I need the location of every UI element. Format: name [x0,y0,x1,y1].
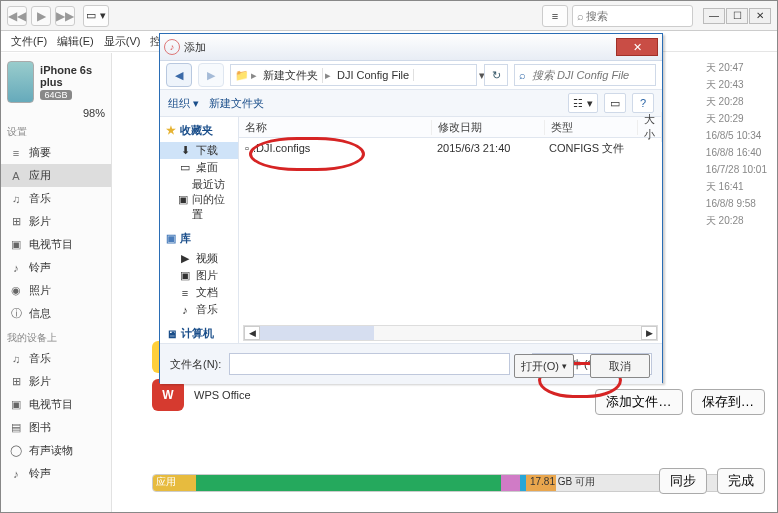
tree-computer[interactable]: 🖥计算机 [160,324,238,343]
sidebar-item-label: 有声读物 [29,443,73,458]
path-seg-2[interactable]: DJI Config File [333,69,414,81]
col-name[interactable]: 名称 [239,120,432,135]
sidebar-item-电视节目[interactable]: ▣电视节目 [1,233,111,256]
path-breadcrumb[interactable]: 📁 ▸ 新建文件夹 ▸ DJI Config File [230,64,477,86]
timestamp: 天 20:28 [706,93,767,110]
tree-item-下载[interactable]: ⬇下载 [160,142,238,159]
timestamp: 16/8/5 10:34 [706,127,767,144]
sidebar-item-影片[interactable]: ⊞影片 [1,210,111,233]
play-icon[interactable]: ▶ [31,6,51,26]
done-button[interactable]: 完成 [717,468,765,494]
sidebar: iPhone 6s plus 64GB 98% 设置 ≡摘要A应用♫音乐⊞影片▣… [1,53,112,512]
tree-item-最近访问的位置[interactable]: ▣最近访问的位置 [160,176,238,223]
minimize-icon[interactable]: — [703,8,725,24]
help-icon[interactable]: ? [632,93,654,113]
timestamp: 16/8/8 16:40 [706,144,767,161]
sidebar-item-电视节目[interactable]: ▣电视节目 [1,393,111,416]
save-to-button[interactable]: 保存到… [691,389,765,415]
tree-item-label: 图片 [196,268,218,283]
dialog-forward-icon[interactable]: ▶ [198,63,224,87]
sidebar-item-icon: ◉ [9,284,23,297]
storage-apps-label: 应用 [156,475,176,489]
view-mode-icon[interactable]: ☷ ▾ [568,93,598,113]
back-icon[interactable]: ◀◀ [7,6,27,26]
app-name: WPS Office [194,389,251,401]
sidebar-item-铃声[interactable]: ♪铃声 [1,462,111,485]
sidebar-item-图书[interactable]: ▤图书 [1,416,111,439]
search-field[interactable]: ⌕ [572,5,693,27]
sidebar-item-铃声[interactable]: ♪铃声 [1,256,111,279]
menu-view[interactable]: 显示(V) [100,34,145,49]
dialog-title: 添加 [184,40,206,55]
maximize-icon[interactable]: ☐ [726,8,748,24]
sidebar-item-信息[interactable]: ⓘ信息 [1,302,111,325]
sidebar-item-label: 摘要 [29,145,51,160]
sidebar-item-icon: A [9,170,23,182]
tree-favorites[interactable]: ★收藏夹 [160,121,238,140]
device-dropdown-icon[interactable]: ▭ ▾ [83,5,109,27]
sidebar-item-摘要[interactable]: ≡摘要 [1,141,111,164]
timestamp: 16/8/8 9:58 [706,195,767,212]
menu-edit[interactable]: 编辑(E) [53,34,98,49]
open-button[interactable]: 打开(O) ▾ [514,354,574,378]
device-summary[interactable]: iPhone 6s plus 64GB [1,57,111,107]
preview-pane-icon[interactable]: ▭ [604,93,626,113]
dialog-search-input[interactable] [530,68,634,82]
sidebar-item-icon: ♫ [9,193,23,205]
file-name: .DJI.configs [253,142,310,154]
path-seg-1[interactable]: 新建文件夹 [259,68,323,83]
sidebar-item-音乐[interactable]: ♫音乐 [1,347,111,370]
menu-file[interactable]: 文件(F) [7,34,51,49]
sync-button[interactable]: 同步 [659,468,707,494]
organize-menu[interactable]: 组织 ▾ [168,96,199,111]
sidebar-item-label: 音乐 [29,191,51,206]
file-row[interactable]: ▫ .DJI.configs 2015/6/3 21:40 CONFIGS 文件 [239,138,662,158]
dialog-back-icon[interactable]: ◀ [166,63,192,87]
timestamp: 天 20:43 [706,76,767,93]
list-view-icon[interactable]: ≡ [542,5,568,27]
refresh-icon[interactable]: ↻ [484,64,508,86]
col-size[interactable]: 大小 [638,112,662,142]
sidebar-item-应用[interactable]: A应用 [1,164,111,187]
tree-item-文档[interactable]: ≡文档 [160,284,238,301]
col-type[interactable]: 类型 [545,120,638,135]
dialog-search-field[interactable]: ⌕ [514,64,656,86]
sidebar-item-照片[interactable]: ◉照片 [1,279,111,302]
sidebar-item-icon: ♫ [9,353,23,365]
tree-item-视频[interactable]: ▶视频 [160,250,238,267]
search-icon: ⌕ [577,10,584,22]
sidebar-item-音乐[interactable]: ♫音乐 [1,187,111,210]
sidebar-item-icon: ♪ [9,468,23,480]
tree-libraries[interactable]: ▣库 [160,229,238,248]
tree-item-label: 下载 [196,143,218,158]
sidebar-item-icon: ≡ [9,147,23,159]
section-settings: 设置 [1,119,111,141]
file-icon: ▫ [245,142,249,154]
new-folder-button[interactable]: 新建文件夹 [209,96,264,111]
cancel-button[interactable]: 取消 [590,354,650,378]
tree-item-图片[interactable]: ▣图片 [160,267,238,284]
sidebar-item-有声读物[interactable]: ◯有声读物 [1,439,111,462]
scroll-left-icon[interactable]: ◀ [244,326,260,340]
forward-icon[interactable]: ▶▶ [55,6,75,26]
dialog-close-icon[interactable]: ✕ [616,38,658,56]
col-date[interactable]: 修改日期 [432,120,545,135]
tree-item-icon: ▶ [178,252,192,265]
sidebar-item-影片[interactable]: ⊞影片 [1,370,111,393]
horizontal-scrollbar[interactable]: ◀ ▶ [243,325,658,341]
sidebar-item-label: 应用 [29,168,51,183]
device-thumbnail-icon [7,61,34,103]
tree-item-label: 视频 [196,251,218,266]
sidebar-item-icon: ⊞ [9,215,23,228]
sidebar-item-label: 电视节目 [29,237,73,252]
tree-item-桌面[interactable]: ▭桌面 [160,159,238,176]
sidebar-item-label: 影片 [29,214,51,229]
search-input[interactable] [584,9,688,23]
add-file-button[interactable]: 添加文件… [595,389,682,415]
filename-input[interactable] [229,353,510,375]
tree-item-音乐[interactable]: ♪音乐 [160,301,238,318]
scroll-right-icon[interactable]: ▶ [641,326,657,340]
dialog-icon: ♪ [164,39,180,55]
timestamp: 16/7/28 10:01 [706,161,767,178]
close-icon[interactable]: ✕ [749,8,771,24]
